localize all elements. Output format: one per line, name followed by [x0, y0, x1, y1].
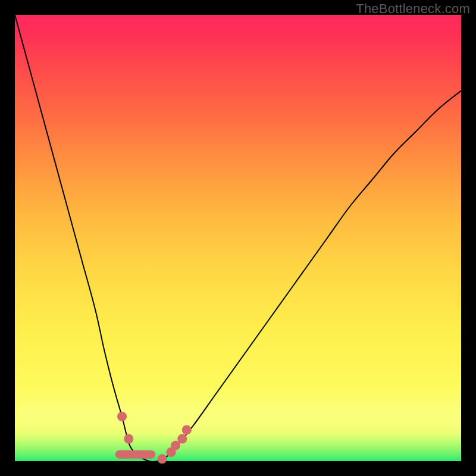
marker-dot: [158, 454, 167, 464]
marker-dot: [182, 425, 192, 435]
marker-dot: [124, 434, 133, 444]
chart-svg: [15, 15, 461, 461]
marker-pill: [115, 450, 155, 459]
bottleneck-curve: [15, 15, 461, 462]
marker-dot: [117, 412, 127, 421]
chart-frame: TheBottleneck.com: [0, 0, 476, 476]
plot-area: [15, 15, 461, 461]
marker-group: [115, 412, 192, 464]
watermark-text: TheBottleneck.com: [356, 1, 470, 17]
marker-dot: [177, 434, 187, 444]
marker-dot: [171, 441, 180, 450]
